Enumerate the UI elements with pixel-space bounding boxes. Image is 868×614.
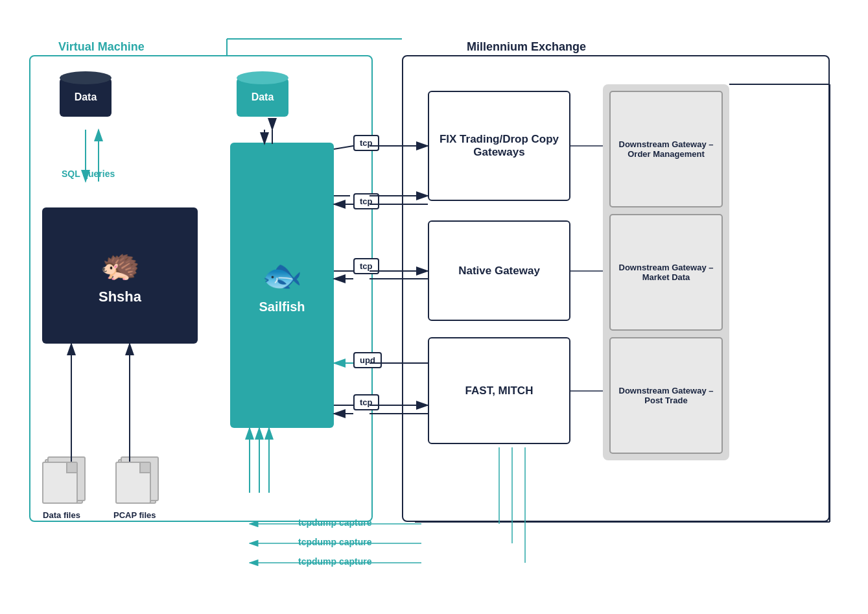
- downstream-market-data: Downstream Gateway – Market Data: [609, 214, 723, 331]
- pcap-files-box: PCAP files: [113, 462, 156, 520]
- vm-section-label: Virtual Machine: [58, 40, 145, 54]
- tcpdump-label-2: tcpdump capture: [298, 537, 372, 547]
- upd-label: upd: [353, 352, 382, 368]
- shsha-icon: 🦔: [100, 246, 140, 283]
- pcap-files-label: PCAP files: [113, 510, 156, 520]
- data-files-icon: [42, 462, 81, 507]
- fix-gateway-box: FIX Trading/Drop Copy Gateways: [428, 91, 570, 201]
- tcp-label-4: tcp: [353, 394, 379, 410]
- sailfish-box: 🐟 Sailfish: [230, 143, 334, 428]
- tcp-label-2: tcp: [353, 193, 379, 209]
- tcp-label-3: tcp: [353, 258, 379, 274]
- tcp-label-1: tcp: [353, 135, 379, 151]
- downstream-container: Downstream Gateway – Order Management Do…: [603, 84, 729, 460]
- sql-queries-label: SQL queries: [62, 169, 115, 179]
- diagram-container: Virtual Machine Millennium Exchange Data…: [0, 0, 868, 614]
- shsha-label: Shsha: [99, 289, 141, 305]
- fast-mitch-gateway-box: FAST, MITCH: [428, 337, 570, 444]
- sailfish-label: Sailfish: [259, 300, 305, 314]
- data-cylinder-dark: Data: [53, 65, 118, 123]
- tcpdump-label-1: tcpdump capture: [298, 517, 372, 528]
- sailfish-icon: 🐟: [262, 257, 302, 294]
- me-section-label: Millennium Exchange: [467, 40, 586, 54]
- pcap-files-icon: [115, 462, 154, 507]
- data-files-label: Data files: [43, 510, 80, 520]
- tcpdump-label-3: tcpdump capture: [298, 556, 372, 567]
- downstream-post-trade: Downstream Gateway – Post Trade: [609, 337, 723, 454]
- downstream-order-mgmt: Downstream Gateway – Order Management: [609, 91, 723, 207]
- shsha-box: 🦔 Shsha: [42, 207, 198, 344]
- data-files-box: Data files: [42, 462, 81, 520]
- native-gateway-box: Native Gateway: [428, 220, 570, 321]
- data-cylinder-teal: Data: [230, 65, 295, 123]
